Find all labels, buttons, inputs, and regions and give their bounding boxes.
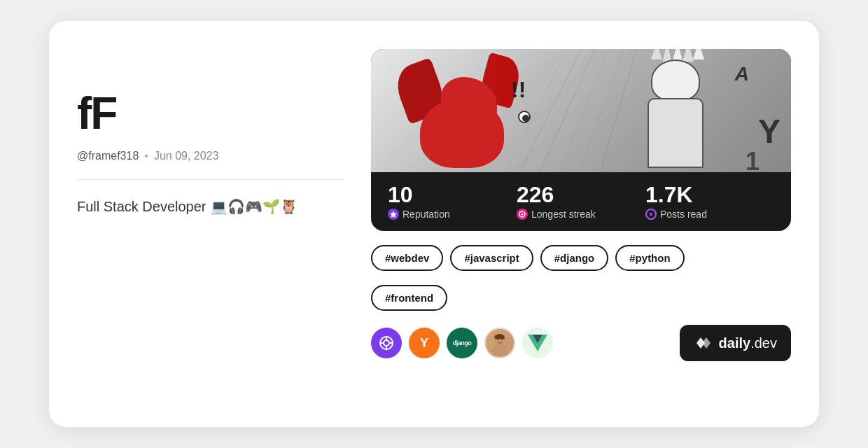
crosshair-tech-icon[interactable] xyxy=(371,328,402,358)
daily-text-bold: daily xyxy=(719,335,751,351)
reputation-icon xyxy=(388,209,399,220)
daily-dev-logo-icon xyxy=(694,333,713,353)
username-display: fF xyxy=(77,91,343,136)
reputation-label-row: Reputation xyxy=(388,209,517,220)
y-tech-icon[interactable]: Y xyxy=(409,328,440,358)
posts-stat: 1.7K Posts read xyxy=(645,183,774,220)
cover-image: !! A Y 1 10 xyxy=(371,49,791,231)
svg-line-5 xyxy=(497,49,567,189)
svg-line-1 xyxy=(532,49,595,189)
reputation-label-text: Reputation xyxy=(402,209,450,220)
tag-frontend[interactable]: #frontend xyxy=(371,285,447,311)
tags-row: #webdev #javascript #django #python xyxy=(371,245,791,271)
streak-label-text: Longest streak xyxy=(531,209,596,220)
streak-value: 226 xyxy=(517,183,645,206)
daily-text-suffix: .dev xyxy=(750,335,777,351)
user-handle[interactable]: @framef318 xyxy=(77,150,139,162)
svg-line-2 xyxy=(553,49,609,189)
tag-webdev[interactable]: #webdev xyxy=(371,245,443,271)
svg-line-4 xyxy=(595,49,637,189)
streak-icon xyxy=(517,209,528,220)
user-bio: Full Stack Developer 💻🎧🎮🌱🦉 xyxy=(77,197,343,216)
streak-stat: 226 Longest streak xyxy=(517,183,645,220)
handle-date-row: @framef318 • Jun 09, 2023 xyxy=(77,150,343,162)
svg-marker-6 xyxy=(390,211,397,218)
streak-label-row: Longest streak xyxy=(517,209,645,220)
django-tech-icon[interactable]: django xyxy=(447,328,477,358)
posts-label-row: Posts read xyxy=(645,209,774,220)
tag-django[interactable]: #django xyxy=(540,245,609,271)
reputation-stat: 10 Reputation xyxy=(388,183,517,220)
tech-icons: Y django xyxy=(371,328,553,358)
profile-card: fF @framef318 • Jun 09, 2023 Full Stack … xyxy=(49,21,819,427)
left-panel: fF @framef318 • Jun 09, 2023 Full Stack … xyxy=(77,49,343,399)
stats-bar: 10 Reputation 226 Longest streak xyxy=(371,172,791,231)
svg-point-8 xyxy=(522,214,524,216)
daily-label: daily.dev xyxy=(719,335,777,351)
svg-point-9 xyxy=(650,213,652,216)
vuejs-tech-icon[interactable] xyxy=(522,328,553,358)
svg-point-11 xyxy=(384,340,389,346)
join-date: Jun 09, 2023 xyxy=(154,150,219,162)
bottom-row: Y django xyxy=(371,325,791,361)
tag-python[interactable]: #python xyxy=(615,245,684,271)
posts-value: 1.7K xyxy=(645,183,774,206)
separator: • xyxy=(144,150,148,162)
posts-label-text: Posts read xyxy=(660,209,707,220)
svg-line-0 xyxy=(511,49,581,189)
reputation-value: 10 xyxy=(388,183,517,206)
tags-row-2: #frontend xyxy=(371,285,791,311)
tag-javascript[interactable]: #javascript xyxy=(450,245,533,271)
person-tech-icon[interactable] xyxy=(484,328,515,358)
svg-point-17 xyxy=(492,344,507,356)
divider xyxy=(77,179,343,180)
daily-dev-badge: daily.dev xyxy=(680,325,791,361)
posts-icon xyxy=(645,209,657,220)
right-panel: !! A Y 1 10 xyxy=(371,49,791,399)
